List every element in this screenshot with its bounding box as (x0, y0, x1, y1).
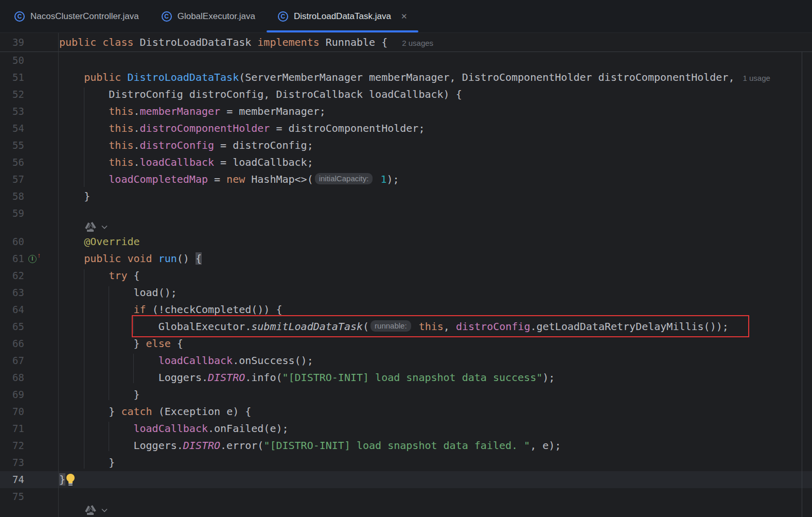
code-line-62[interactable]: 62 try { (0, 267, 812, 284)
code-line-74[interactable]: 74} (0, 471, 812, 488)
code-token: else (146, 337, 171, 350)
code-line-70[interactable]: 70 } catch (Exception e) { (0, 403, 812, 420)
code-text[interactable]: loadCallback.onSuccess(); (58, 352, 313, 369)
code-token: = (208, 173, 226, 185)
code-line-57[interactable]: 57 loadCompletedMap = new HashMap<>(init… (0, 171, 812, 188)
code-line-56[interactable]: 56 this.loadCallback = loadCallback; (0, 154, 812, 171)
inlay-parameter-hint[interactable]: initialCapacity: (315, 173, 373, 184)
usages-hint[interactable]: 2 usages (402, 39, 433, 47)
sticky-line-39[interactable]: 39public class DistroLoadDataTask implem… (0, 33, 433, 51)
line-number[interactable]: 65 (0, 318, 24, 335)
code-text[interactable]: loadCompletedMap = new HashMap<>(initial… (58, 171, 399, 188)
usages-hint[interactable]: 1 usage (743, 74, 770, 82)
line-number[interactable]: 69 (0, 386, 24, 403)
code-line-61[interactable]: 61I↑ public void run() { (0, 250, 812, 267)
line-number[interactable]: 71 (0, 420, 24, 437)
gutter-icon-zone (24, 403, 58, 420)
close-tab-icon[interactable]: ✕ (401, 12, 408, 21)
code-text[interactable]: try { (58, 267, 140, 284)
line-number[interactable]: 53 (0, 103, 24, 120)
code-line-54[interactable]: 54 this.distroComponentHolder = distroCo… (0, 120, 812, 137)
line-number[interactable]: 74 (0, 471, 24, 488)
code-line-67[interactable]: 67 loadCallback.onSuccess(); (0, 352, 812, 369)
code-text[interactable]: public DistroLoadDataTask(ServerMemberMa… (58, 69, 770, 86)
line-number[interactable]: 67 (0, 352, 24, 369)
code-token: . (134, 139, 140, 151)
line-number[interactable]: 52 (0, 86, 24, 103)
line-number[interactable]: 64 (0, 301, 24, 318)
code-line-63[interactable]: 63 load(); (0, 284, 812, 301)
code-text[interactable]: load(); (58, 284, 177, 301)
code-line-58[interactable]: 58 } (0, 188, 812, 205)
code-line-71[interactable]: 71 loadCallback.onFailed(e); (0, 420, 812, 437)
code-token: HashMap<>( (245, 173, 313, 185)
chevron-down-icon[interactable] (101, 225, 108, 229)
code-line-59[interactable]: 59 (0, 205, 812, 222)
code-text[interactable]: loadCallback.onFailed(e); (58, 420, 289, 437)
line-number[interactable]: 73 (0, 454, 24, 471)
code-text[interactable]: } (58, 386, 140, 403)
intention-bulb-icon[interactable] (65, 473, 76, 487)
code-line-69[interactable]: 69 } (0, 386, 812, 403)
code-text[interactable]: public void run() { (58, 250, 202, 267)
code-line-51[interactable]: 51 public DistroLoadDataTask(ServerMembe… (0, 69, 812, 86)
line-number[interactable]: 60 (0, 233, 24, 250)
tab-GlobalExecutor.java[interactable]: CGlobalExecutor.java (150, 0, 267, 32)
line-number[interactable]: 58 (0, 188, 24, 205)
code-text[interactable]: Loggers.DISTRO.info("[DISTRO-INIT] load … (58, 369, 555, 386)
ai-assistant-icon[interactable] (84, 504, 97, 516)
line-number[interactable]: 39 (0, 33, 24, 51)
code-line-50[interactable]: 50 (0, 52, 812, 69)
line-number[interactable]: 57 (0, 171, 24, 188)
code-text[interactable]: } (58, 188, 90, 205)
line-number[interactable]: 63 (0, 284, 24, 301)
line-number[interactable]: 70 (0, 403, 24, 420)
code-token: (!checkCompleted()) { (146, 303, 283, 316)
line-number[interactable]: 62 (0, 267, 24, 284)
code-text[interactable]: this.loadCallback = loadCallback; (58, 154, 313, 171)
gutter-icon-zone (24, 69, 58, 86)
code-text[interactable]: } (58, 454, 115, 471)
code-text[interactable]: } catch (Exception e) { (58, 403, 251, 420)
code-text[interactable]: this.distroConfig = distroConfig; (58, 137, 313, 154)
line-number[interactable]: 55 (0, 137, 24, 154)
scrollbar-track-border[interactable] (802, 52, 802, 517)
code-line-60[interactable]: 60 @Override (0, 233, 812, 250)
implementing-method-icon[interactable]: I↑ (28, 255, 37, 263)
line-number[interactable]: 72 (0, 437, 24, 454)
code-text[interactable]: this.distroComponentHolder = distroCompo… (58, 120, 425, 137)
code-text[interactable]: @Override (58, 233, 140, 250)
code-text[interactable]: } (58, 471, 65, 488)
line-number[interactable]: 51 (0, 69, 24, 86)
chevron-down-icon[interactable] (101, 508, 108, 512)
line-number[interactable]: 54 (0, 120, 24, 137)
code-line-53[interactable]: 53 this.memberManager = memberManager; (0, 103, 812, 120)
gutter-icon-zone (24, 205, 58, 222)
code-line-68[interactable]: 68 Loggers.DISTRO.info("[DISTRO-INIT] lo… (0, 369, 812, 386)
gutter-icon-zone (24, 420, 58, 437)
line-number[interactable]: 61 (0, 250, 24, 267)
line-number[interactable]: 50 (0, 52, 24, 69)
line-number[interactable]: 66 (0, 335, 24, 352)
tab-DistroLoadDataTask.java[interactable]: CDistroLoadDataTask.java✕ (267, 0, 419, 32)
code-text[interactable]: public class DistroLoadDataTask implemen… (58, 33, 433, 51)
code-text[interactable]: Loggers.DISTRO.error("[DISTRO-INIT] load… (58, 437, 561, 454)
code-token: } (59, 473, 65, 486)
code-line-66[interactable]: 66 } else { (0, 335, 812, 352)
code-text[interactable]: DistroConfig distroConfig, DistroCallbac… (58, 86, 462, 103)
code-line-75[interactable]: 75 (0, 488, 812, 505)
gutter-icon-zone (24, 454, 58, 471)
code-text[interactable]: } else { (58, 335, 183, 352)
code-text[interactable]: this.memberManager = memberManager; (58, 103, 326, 120)
code-line-72[interactable]: 72 Loggers.DISTRO.error("[DISTRO-INIT] l… (0, 437, 812, 454)
line-number[interactable]: 75 (0, 488, 24, 505)
code-line-55[interactable]: 55 this.distroConfig = distroConfig; (0, 137, 812, 154)
code-line-52[interactable]: 52 DistroConfig distroConfig, DistroCall… (0, 86, 812, 103)
ai-assistant-icon[interactable] (84, 221, 97, 233)
line-number[interactable]: 68 (0, 369, 24, 386)
code-line-73[interactable]: 73 } (0, 454, 812, 471)
tab-NacosClusterController.java[interactable]: CNacosClusterController.java (3, 0, 150, 32)
line-number[interactable]: 56 (0, 154, 24, 171)
line-number[interactable]: 59 (0, 205, 24, 222)
code-token: } (59, 456, 115, 469)
